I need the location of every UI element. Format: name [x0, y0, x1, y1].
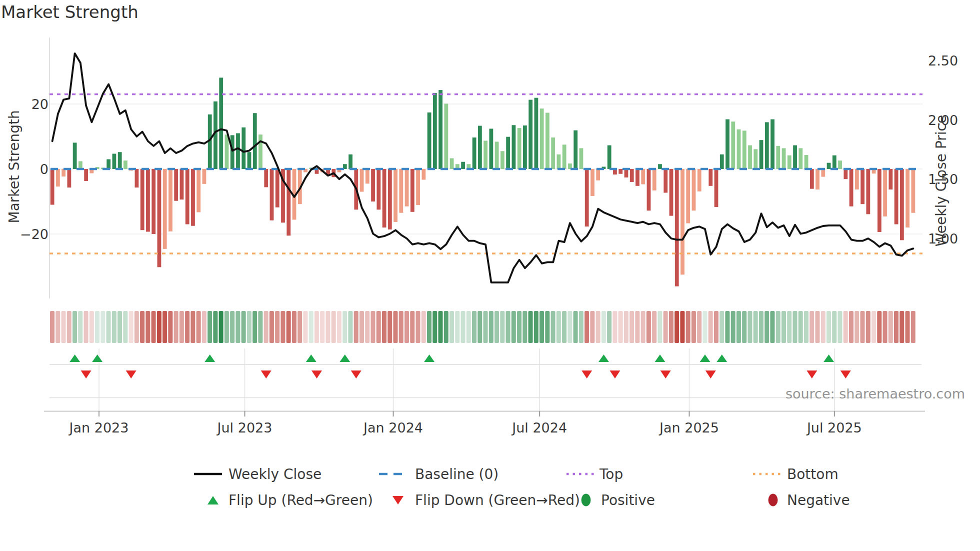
- strength-bar: [478, 126, 482, 169]
- left-axis-tick-label: −20: [8, 226, 48, 242]
- heatmap-cell: [551, 311, 556, 343]
- strength-bar: [850, 169, 854, 206]
- heatmap-cell: [404, 311, 409, 343]
- strength-bar: [191, 169, 195, 226]
- heatmap-cell: [669, 311, 674, 343]
- strength-bar: [394, 169, 398, 222]
- strength-bar: [428, 112, 432, 169]
- heatmap-cell: [630, 311, 634, 343]
- heatmap-cell: [905, 311, 910, 343]
- heatmap-cell: [866, 311, 870, 343]
- strength-bar: [135, 169, 139, 188]
- heatmap-cell: [568, 311, 572, 343]
- heatmap-cell: [810, 311, 814, 343]
- heatmap-cell: [50, 311, 54, 343]
- heatmap-cell: [517, 311, 522, 343]
- heatmap-cell: [224, 311, 229, 343]
- strength-bar: [832, 156, 836, 169]
- heatmap-cell: [792, 311, 797, 343]
- heatmap-cell: [646, 311, 651, 343]
- strength-bar: [670, 169, 674, 216]
- strength-bar: [557, 154, 561, 169]
- strength-bar: [56, 169, 60, 186]
- heatmap-cell: [118, 311, 122, 343]
- heatmap-cell: [393, 311, 398, 343]
- strength-bar: [258, 134, 262, 169]
- strength-bar: [168, 169, 172, 232]
- heatmap-cell: [134, 311, 139, 343]
- heatmap-cell: [219, 311, 224, 343]
- heatmap-cell: [62, 311, 66, 343]
- strength-bar: [540, 108, 544, 169]
- heatmap-cell: [798, 311, 803, 343]
- heatmap-cell: [146, 311, 150, 343]
- strength-bar: [405, 169, 409, 206]
- strength-bar: [731, 122, 735, 169]
- heatmap-cell: [708, 311, 713, 343]
- strength-bar: [692, 169, 696, 210]
- strength-bar: [866, 169, 870, 214]
- strength-bar: [500, 151, 504, 169]
- strength-bar: [906, 169, 910, 228]
- heatmap-cell: [782, 311, 786, 343]
- strength-bar: [286, 169, 290, 236]
- strength-bar: [230, 135, 234, 169]
- strength-bar: [472, 138, 476, 169]
- heatmap-cell: [314, 311, 319, 343]
- flip-up-marker: [598, 354, 609, 362]
- legend-label: Flip Down (Green→Red): [415, 492, 580, 508]
- right-axis-tick-label: 2.00: [928, 112, 958, 128]
- heatmap-cell: [888, 311, 893, 343]
- heatmap-cell: [826, 311, 831, 343]
- strength-bar: [708, 169, 712, 186]
- strength-bar: [202, 169, 206, 184]
- strength-bar: [528, 100, 532, 169]
- heatmap-cell: [337, 311, 342, 343]
- heatmap-cell: [736, 311, 741, 343]
- heatmap-cell: [309, 311, 314, 343]
- flip-down-marker: [351, 370, 362, 378]
- flip-up-marker: [340, 354, 350, 362]
- heatmap-cell: [174, 311, 178, 343]
- heatmap-cell: [460, 311, 465, 343]
- heatmap-cell: [100, 311, 105, 343]
- strength-bar: [860, 169, 864, 204]
- left-axis-tick-label: 0: [8, 162, 48, 177]
- strength-bar: [444, 104, 448, 169]
- heatmap-cell: [370, 311, 375, 343]
- heatmap-cell: [702, 311, 707, 343]
- dashes-swatch-icon: [378, 466, 409, 482]
- heatmap-cell: [275, 311, 280, 343]
- heatmap-cell: [692, 311, 696, 343]
- heatmap-cell: [129, 311, 134, 343]
- strength-bar: [242, 128, 246, 169]
- flip-up-marker: [204, 354, 215, 362]
- heatmap-cell: [534, 311, 538, 343]
- legend-item-flip-down-green-red: Flip Down (Green→Red): [387, 492, 418, 508]
- heatmap-cell: [832, 311, 836, 343]
- heatmap-cell: [399, 311, 404, 343]
- heatmap-cell: [787, 311, 792, 343]
- strength-bar: [765, 122, 769, 169]
- heatmap-cell: [292, 311, 296, 343]
- x-axis-tick-label: Jul 2023: [218, 420, 272, 436]
- legend-item-positive: Positive: [575, 492, 606, 508]
- strength-bar: [348, 154, 352, 169]
- strength-bar: [534, 98, 538, 169]
- strength-bar: [253, 113, 257, 169]
- heatmap-cell: [162, 311, 167, 343]
- heatmap-cell: [540, 311, 544, 343]
- heatmap-cell: [303, 311, 308, 343]
- heatmap-cell: [252, 311, 257, 343]
- heatmap-cell: [562, 311, 566, 343]
- strength-bar: [788, 156, 792, 169]
- strength-bar: [630, 169, 634, 182]
- strength-bar: [196, 169, 200, 212]
- heatmap-cell: [190, 311, 195, 343]
- flip-markers: [70, 354, 851, 378]
- heatmap-cell: [911, 311, 916, 343]
- strength-bar: [647, 169, 651, 210]
- heatmap-cell: [444, 311, 448, 343]
- flip-down-marker: [806, 370, 817, 378]
- flip-down-marker: [81, 370, 92, 378]
